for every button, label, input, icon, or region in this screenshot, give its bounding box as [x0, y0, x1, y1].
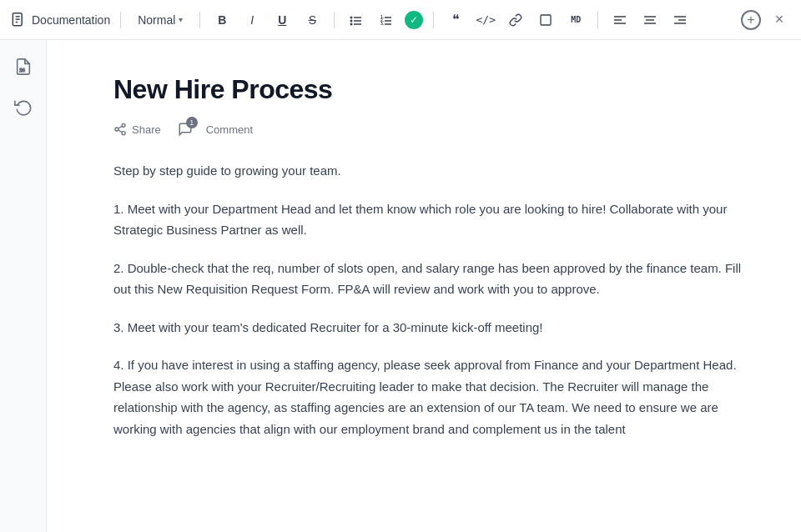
comment-count: 1: [186, 117, 198, 128]
svg-point-27: [122, 124, 125, 128]
svg-line-31: [118, 127, 123, 129]
markdown-button[interactable]: MD: [564, 8, 587, 32]
close-button[interactable]: ×: [768, 8, 791, 32]
document-title-area: Documentation: [10, 12, 110, 28]
paragraph-5: 4. If you have interest in using a staff…: [113, 354, 751, 439]
bold-button[interactable]: B: [210, 8, 234, 32]
chevron-down-icon: ▾: [179, 15, 183, 24]
share-icon: [113, 123, 127, 136]
link-icon: [509, 13, 522, 27]
style-dropdown[interactable]: Normal ▾: [131, 10, 189, 30]
block-quote-button[interactable]: ❝: [444, 8, 467, 32]
svg-line-30: [118, 130, 123, 133]
paragraph-1: Step by step guide to growing your team.: [113, 160, 751, 182]
page-heading: New Hire Process: [113, 73, 751, 105]
align-right-button[interactable]: [668, 8, 692, 32]
sidebar: 24: [0, 40, 47, 532]
underline-button[interactable]: U: [270, 8, 294, 32]
divider-3: [334, 12, 335, 28]
sidebar-file-icon[interactable]: 24: [10, 53, 37, 80]
divider-4: [433, 12, 434, 28]
frame-button[interactable]: [534, 8, 557, 32]
document-body: Step by step guide to growing your team.…: [113, 160, 751, 439]
history-icon: [14, 98, 33, 116]
svg-text:24: 24: [19, 68, 24, 73]
align-left-button[interactable]: [608, 8, 632, 32]
frame-icon: [539, 13, 552, 27]
code-inline-button[interactable]: </>: [474, 8, 497, 32]
svg-point-6: [350, 23, 353, 25]
bullet-list-button[interactable]: [345, 8, 368, 32]
document-icon: [10, 12, 27, 28]
share-button[interactable]: Share: [113, 123, 161, 136]
document-title: Documentation: [32, 13, 110, 27]
svg-point-28: [115, 128, 118, 131]
align-center-button[interactable]: [638, 8, 662, 32]
paragraph-3: 2. Double-check that the req, number of …: [113, 258, 751, 300]
numbered-list-icon: 1. 2. 3.: [380, 13, 393, 27]
svg-rect-16: [541, 15, 551, 25]
numbered-list-button[interactable]: 1. 2. 3.: [375, 8, 398, 32]
main-layout: 24 New Hire Process Share: [0, 40, 801, 532]
divider-5: [597, 12, 598, 28]
toolbar: Documentation Normal ▾ B I U S 1. 2. 3.: [0, 0, 801, 40]
comment-button[interactable]: 1 Comment: [178, 122, 253, 137]
svg-point-29: [122, 132, 125, 135]
content-area: New Hire Process Share 1: [47, 40, 801, 532]
file-clock-icon: 24: [14, 58, 33, 76]
bullet-list-icon: [350, 13, 363, 27]
divider-2: [199, 12, 200, 28]
paragraph-4: 3. Meet with your team's dedicated Recru…: [113, 317, 751, 339]
italic-button[interactable]: I: [240, 8, 264, 32]
svg-text:3.: 3.: [380, 21, 385, 26]
add-button[interactable]: +: [741, 10, 761, 30]
svg-point-5: [350, 19, 353, 22]
align-left-icon: [613, 13, 627, 27]
link-button[interactable]: [504, 8, 527, 32]
strikethrough-button[interactable]: S: [300, 8, 324, 32]
action-bar: Share 1 Comment: [113, 122, 751, 137]
sidebar-history-icon[interactable]: [10, 93, 37, 120]
paragraph-2: 1. Meet with your Department Head and le…: [113, 198, 751, 241]
divider-1: [120, 12, 121, 28]
align-right-icon: [673, 13, 687, 27]
comment-badge: 1: [178, 122, 193, 137]
check-done-icon: ✓: [405, 11, 423, 29]
svg-point-4: [350, 16, 353, 18]
align-center-icon: [643, 13, 657, 27]
